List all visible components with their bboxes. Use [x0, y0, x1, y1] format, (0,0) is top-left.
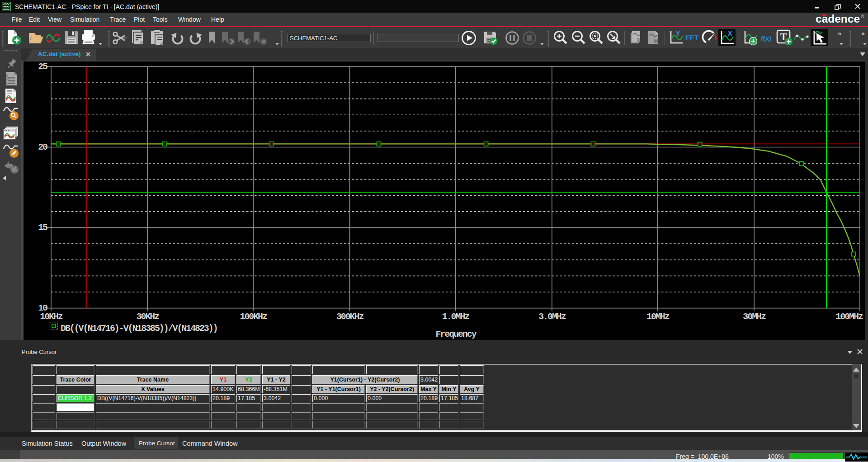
- svg-text:X: X: [727, 29, 733, 38]
- svg-text:100MHz: 100MHz: [835, 311, 863, 322]
- svg-text:20: 20: [38, 142, 47, 152]
- svg-text:10MHz: 10MHz: [646, 311, 670, 322]
- svg-text:300KHz: 300KHz: [336, 311, 364, 322]
- svg-text:25: 25: [38, 61, 47, 72]
- svg-text:15: 15: [38, 222, 47, 233]
- svg-text:3.0MHz: 3.0MHz: [538, 311, 566, 322]
- svg-text:Y: Y: [675, 29, 681, 38]
- svg-text:100KHz: 100KHz: [240, 311, 267, 322]
- svg-text:30MHz: 30MHz: [743, 311, 766, 322]
- svg-text:1.0MHz: 1.0MHz: [442, 311, 470, 322]
- svg-text:PSpice: PSpice: [5, 74, 9, 84]
- svg-text:30KHz: 30KHz: [137, 311, 160, 322]
- svg-text:DB((V(N14716)-V(N18385))/V(N14: DB((V(N14716)-V(N18385))/V(N14823)): [61, 323, 217, 334]
- svg-text:10KHz: 10KHz: [40, 311, 63, 322]
- svg-text:Frequency: Frequency: [435, 329, 476, 339]
